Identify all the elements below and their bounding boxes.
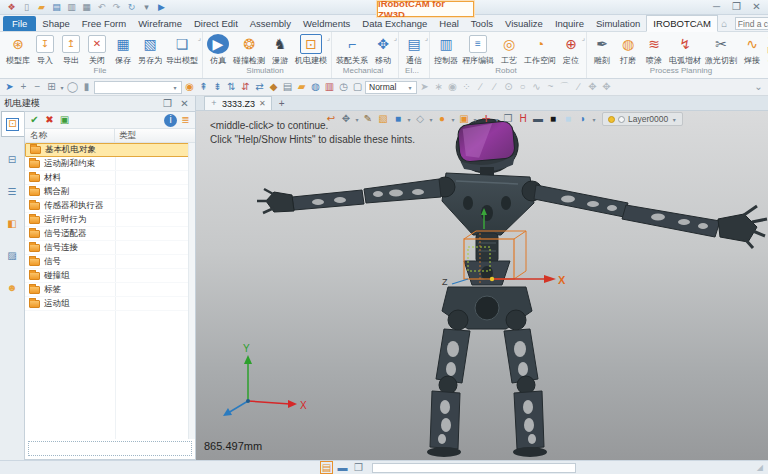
- material-ball-icon[interactable]: ◉: [183, 81, 196, 94]
- sketch-pencil-icon[interactable]: ✎: [361, 113, 375, 126]
- band-select-icon[interactable]: ▮: [80, 81, 93, 94]
- tree-item[interactable]: 耦合副: [25, 185, 195, 199]
- marker-icon[interactable]: ◆: [267, 81, 280, 94]
- view-orient-caret-icon[interactable]: ▾: [494, 116, 500, 123]
- panel-toggle-icon[interactable]: ▤: [320, 461, 333, 474]
- tree-item[interactable]: 碰撞组: [25, 269, 195, 283]
- laser-cutting-button[interactable]: ✂激光切割: [703, 34, 739, 66]
- wireframe-mode-caret-icon[interactable]: ▾: [428, 116, 434, 123]
- shark-caret-icon[interactable]: ▾: [591, 116, 597, 123]
- tab-weldments[interactable]: Weldments: [297, 16, 356, 31]
- role-tab-tab[interactable]: ☻: [1, 275, 24, 301]
- view-mode-combo[interactable]: Normal▾: [365, 81, 417, 94]
- info-icon[interactable]: i: [164, 114, 177, 127]
- toolbar-overflow-icon[interactable]: ⌄: [752, 81, 765, 94]
- assembly-tab-tab[interactable]: ☰: [1, 179, 24, 205]
- exit-view-icon[interactable]: ↩: [324, 113, 338, 126]
- undo-icon[interactable]: ↶: [95, 1, 108, 13]
- monitor-status-icon[interactable]: ▬: [336, 461, 349, 474]
- new-document-tab-icon[interactable]: +: [275, 98, 289, 110]
- process-button[interactable]: ◎工艺: [496, 34, 522, 66]
- tab-free-form[interactable]: Free Form: [76, 16, 132, 31]
- dialog-launcher-icon[interactable]: ⌟: [582, 34, 585, 42]
- program-edit-button[interactable]: ≡程序编辑: [460, 34, 496, 66]
- redo-icon[interactable]: ↷: [110, 1, 123, 13]
- positioning-button[interactable]: ⊕定位: [558, 34, 584, 66]
- save-as-button[interactable]: ▧另存为: [136, 34, 164, 66]
- render-tab-tab[interactable]: ▨: [1, 243, 24, 269]
- tree-item[interactable]: 传感器和执行器: [25, 199, 195, 213]
- tree-item[interactable]: 运行时行为: [25, 213, 195, 227]
- arc-icon[interactable]: ⌒: [558, 81, 571, 94]
- tree-item[interactable]: 基本机电对象: [25, 143, 195, 157]
- robot-model[interactable]: X Z Y X: [196, 111, 768, 460]
- resize-grip-icon[interactable]: ◢: [757, 463, 763, 472]
- tab-wireframe[interactable]: Wireframe: [132, 16, 188, 31]
- display-monitor-icon[interactable]: ▬: [531, 113, 545, 126]
- asterisk-icon[interactable]: ∗: [432, 81, 445, 94]
- new-file-icon[interactable]: ▯: [20, 1, 33, 13]
- document-tab[interactable]: + 3333.Z3 ✕: [204, 96, 272, 110]
- max-window-icon[interactable]: ❐: [730, 1, 743, 14]
- pick-box-icon[interactable]: ⊞: [45, 81, 58, 94]
- dialog-launcher-icon[interactable]: ⌟: [425, 34, 428, 42]
- viewport-3d[interactable]: <middle-click> to continue. Click "Help/…: [196, 111, 768, 460]
- timer-icon[interactable]: ◷: [337, 81, 350, 94]
- status-prompt-input[interactable]: [372, 463, 576, 473]
- engraving-button[interactable]: ✒雕刻: [589, 34, 615, 66]
- workspace-button[interactable]: ◔工作空间: [522, 34, 558, 66]
- filter-combo[interactable]: ▾: [94, 81, 182, 94]
- tab-assembly[interactable]: Assembly: [244, 16, 297, 31]
- home-icon[interactable]: ⌂: [718, 17, 731, 30]
- walkthrough-button[interactable]: ♞漫游: [267, 34, 293, 66]
- dialog-launcher-icon[interactable]: ⌟: [327, 34, 330, 42]
- model-library-button[interactable]: ⊛模型库: [4, 34, 32, 66]
- simulate-button[interactable]: ▶仿真: [205, 34, 231, 66]
- mechatronics-button[interactable]: ⊡机电建模: [293, 34, 329, 66]
- print-icon[interactable]: ▥: [65, 1, 78, 13]
- command-search-input[interactable]: [738, 19, 768, 29]
- confirm-icon[interactable]: ✔: [28, 114, 41, 127]
- split-c-icon[interactable]: ⇄: [253, 81, 266, 94]
- frame-icon[interactable]: ▢: [351, 81, 364, 94]
- tab-inquire[interactable]: Inquire: [549, 16, 590, 31]
- folder-apply-icon[interactable]: ▣: [58, 114, 71, 127]
- line-icon[interactable]: ∕: [474, 81, 487, 94]
- open-file-icon[interactable]: ▰: [35, 1, 48, 13]
- orbit-icon[interactable]: ✥: [339, 113, 353, 126]
- circle-dot-icon[interactable]: ⊙: [502, 81, 515, 94]
- save-file-icon[interactable]: ▤: [50, 1, 63, 13]
- command-search[interactable]: ⌕: [735, 17, 768, 30]
- close-file-button[interactable]: ✕关闭: [84, 34, 110, 66]
- panel-scrollbar[interactable]: [188, 143, 195, 439]
- column-header-name[interactable]: 名称: [25, 129, 115, 142]
- welding-button[interactable]: ∿焊接: [739, 34, 765, 66]
- lasso-icon[interactable]: ◯: [66, 81, 79, 94]
- visual-tab-tab[interactable]: ◧: [1, 211, 24, 237]
- controller-button[interactable]: ▥控制器: [432, 34, 460, 66]
- move-button[interactable]: ✥移动: [370, 34, 396, 66]
- export-button[interactable]: ↥导出: [58, 34, 84, 66]
- restore-panel-icon[interactable]: ❐: [161, 97, 174, 110]
- tree-item[interactable]: 信号连接: [25, 241, 195, 255]
- close-document-icon[interactable]: ✕: [259, 99, 266, 108]
- plot-icon[interactable]: ▦: [80, 1, 93, 13]
- tree-item[interactable]: 信号: [25, 255, 195, 269]
- globe-icon[interactable]: ◍: [309, 81, 322, 94]
- cancel-icon[interactable]: ✖: [43, 114, 56, 127]
- tab-file[interactable]: File: [3, 16, 36, 31]
- tab-irobotcam[interactable]: IROBOTCAM: [646, 15, 718, 32]
- assembly-relation-button[interactable]: ⌐装配关系: [334, 34, 370, 66]
- column-header-type[interactable]: 类型: [115, 130, 195, 142]
- shaded-mode-icon[interactable]: ■: [391, 113, 405, 126]
- arc-additive-button[interactable]: ↯电弧增材: [667, 34, 703, 66]
- play-icon[interactable]: ▶: [155, 1, 168, 13]
- wireframe-mode-icon[interactable]: ◇: [413, 113, 427, 126]
- background-caret-icon[interactable]: ▾: [472, 116, 478, 123]
- split-a-icon[interactable]: ⇅: [225, 81, 238, 94]
- tree-item[interactable]: 运动副和约束: [25, 157, 195, 171]
- wave-icon[interactable]: ∿: [530, 81, 543, 94]
- tree-item[interactable]: 标签: [25, 283, 195, 297]
- hand2-icon[interactable]: ✥: [600, 81, 613, 94]
- collision-detect-button[interactable]: ❂碰撞检测: [231, 34, 267, 66]
